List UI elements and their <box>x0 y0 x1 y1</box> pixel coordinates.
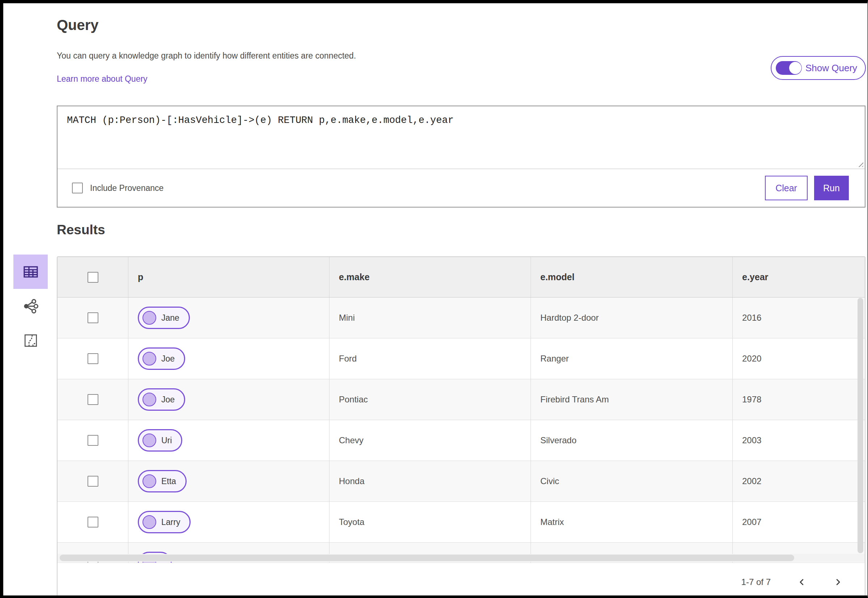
tab-map-view[interactable] <box>13 323 48 357</box>
row-checkbox[interactable] <box>88 394 98 405</box>
previous-page-button[interactable] <box>797 577 807 587</box>
column-header-e-make[interactable]: e.make <box>329 257 531 297</box>
row-checkbox-cell <box>57 379 129 420</box>
run-button[interactable]: Run <box>814 176 849 200</box>
column-header-e-year[interactable]: e.year <box>733 257 865 297</box>
cell-e-model: Matrix <box>531 502 733 542</box>
cell-e-model: Silverado <box>531 420 733 460</box>
query-editor-footer: Include Provenance Clear Run <box>57 169 865 207</box>
header-checkbox-cell <box>57 257 129 297</box>
vertical-scrollbar-thumb[interactable] <box>858 298 863 553</box>
cell-p: Etta <box>129 461 329 501</box>
entity-node-icon <box>142 352 156 366</box>
row-checkbox[interactable] <box>88 435 98 446</box>
cell-e-model: Ranger <box>531 338 733 379</box>
show-query-toggle[interactable]: Show Query <box>771 56 866 80</box>
cell-p: Joe <box>129 379 329 420</box>
row-checkbox-cell <box>57 420 129 460</box>
cell-p: Joe <box>129 338 329 379</box>
cell-e-year: 2007 <box>733 502 865 542</box>
row-checkbox[interactable] <box>88 353 98 364</box>
cell-e-model: Civic <box>531 461 733 501</box>
results-view-switcher <box>13 254 48 357</box>
cell-e-year: 1978 <box>733 379 865 420</box>
table-row: Larry Toyota Matrix 2007 <box>57 502 865 543</box>
row-checkbox-cell <box>57 338 129 379</box>
entity-node-icon <box>142 393 156 407</box>
include-provenance-label: Include Provenance <box>90 183 163 193</box>
table-row: Etta Honda Civic 2002 <box>57 461 865 502</box>
cell-e-year: 2020 <box>733 338 865 379</box>
row-checkbox-cell <box>57 502 129 542</box>
vertical-scrollbar[interactable] <box>858 298 863 553</box>
cell-e-make: Pontiac <box>329 379 531 420</box>
cell-e-year: 2016 <box>733 298 865 338</box>
row-checkbox[interactable] <box>88 476 98 487</box>
entity-name: Etta <box>161 477 176 486</box>
horizontal-scrollbar-thumb[interactable] <box>60 555 794 561</box>
entity-pill[interactable]: Uri <box>138 429 182 451</box>
entity-pill[interactable]: Joe <box>138 347 185 370</box>
toggle-knob <box>789 62 801 74</box>
results-table: p e.make e.model e.year Jane Mini Hardto… <box>57 257 865 562</box>
select-all-checkbox[interactable] <box>88 272 98 283</box>
cell-p: Larry <box>129 502 329 542</box>
show-query-label: Show Query <box>805 63 857 74</box>
table-header-row: p e.make e.model e.year <box>57 257 865 298</box>
cell-p: Jane <box>129 298 329 338</box>
query-editor-panel: MATCH (p:Person)-[:HasVehicle]->(e) RETU… <box>57 106 865 208</box>
tab-table-view[interactable] <box>13 254 48 289</box>
chevron-left-icon <box>797 577 807 587</box>
cell-e-year: 2002 <box>733 461 865 501</box>
pagination-bar: 1-7 of 7 <box>57 562 865 598</box>
entity-node-icon <box>142 434 156 447</box>
cell-p: Uri <box>129 420 329 460</box>
include-provenance-checkbox[interactable] <box>72 182 83 193</box>
row-checkbox[interactable] <box>88 517 98 528</box>
results-heading: Results <box>57 222 105 238</box>
entity-pill[interactable]: Larry <box>138 511 191 533</box>
cell-e-make: Toyota <box>329 502 531 542</box>
column-header-e-model[interactable]: e.model <box>531 257 733 297</box>
cell-e-make: Ford <box>329 338 531 379</box>
row-checkbox[interactable] <box>88 312 98 323</box>
cell-e-year: 2003 <box>733 420 865 460</box>
entity-pill[interactable]: Jane <box>138 306 190 329</box>
row-checkbox-cell <box>57 461 129 501</box>
cell-e-make: Mini <box>329 298 531 338</box>
page-description: You can query a knowledge graph to ident… <box>57 51 356 61</box>
entity-node-icon <box>142 474 156 488</box>
learn-more-link[interactable]: Learn more about Query <box>57 74 148 84</box>
cell-e-model: Hardtop 2-door <box>531 298 733 338</box>
table-view-icon <box>22 263 39 281</box>
column-header-p[interactable]: p <box>129 257 329 297</box>
cell-e-make: Honda <box>329 461 531 501</box>
entity-name: Larry <box>161 517 180 527</box>
table-row: Jane Mini Hardtop 2-door 2016 <box>57 298 865 338</box>
results-panel: p e.make e.model e.year Jane Mini Hardto… <box>57 256 865 598</box>
query-input[interactable]: MATCH (p:Person)-[:HasVehicle]->(e) RETU… <box>57 106 865 169</box>
entity-node-icon <box>142 515 156 529</box>
horizontal-scrollbar[interactable] <box>57 554 865 562</box>
entity-name: Joe <box>161 354 175 364</box>
entity-name: Jane <box>161 313 180 323</box>
tab-link-chart-view[interactable] <box>13 289 48 323</box>
page-title: Query <box>57 17 99 33</box>
entity-name: Joe <box>161 395 175 405</box>
entity-name: Uri <box>161 436 172 446</box>
table-row: Joe Ford Ranger 2020 <box>57 338 865 379</box>
next-page-button[interactable] <box>833 577 843 587</box>
pagination-range-label: 1-7 of 7 <box>741 577 771 587</box>
table-row: Joe Pontiac Firebird Trans Am 1978 <box>57 379 865 420</box>
clear-button[interactable]: Clear <box>765 176 808 200</box>
map-view-icon <box>23 333 38 348</box>
query-editor-area: MATCH (p:Person)-[:HasVehicle]->(e) RETU… <box>57 106 865 169</box>
entity-pill[interactable]: Etta <box>138 470 187 492</box>
cell-e-model: Firebird Trans Am <box>531 379 733 420</box>
entity-node-icon <box>142 311 156 325</box>
entity-pill[interactable]: Joe <box>138 388 185 411</box>
link-chart-view-icon <box>22 298 39 314</box>
cell-e-make: Chevy <box>329 420 531 460</box>
toggle-on-icon <box>776 61 802 75</box>
row-checkbox-cell <box>57 298 129 338</box>
